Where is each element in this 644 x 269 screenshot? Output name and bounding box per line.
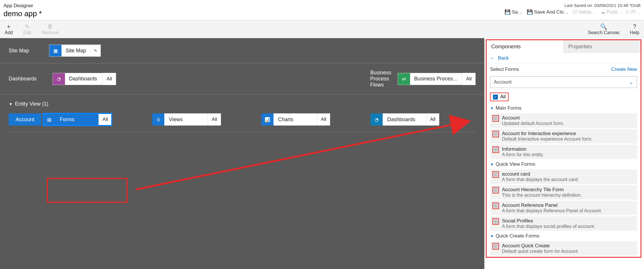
create-new-link[interactable]: Create New	[611, 67, 637, 72]
entity-account[interactable]: Account	[9, 113, 41, 126]
pencil-icon: ✎	[25, 23, 30, 30]
quick-create-header[interactable]: ▼Quick Create Forms	[487, 232, 641, 240]
dashboards-tile[interactable]: ◔ Dashboards All	[53, 73, 116, 85]
gauge-icon: ◔	[53, 73, 65, 85]
form-checkbox[interactable]: ✓	[492, 243, 499, 250]
validate-button[interactable]: ☑Valida…	[573, 9, 596, 15]
views-badge[interactable]: All	[208, 113, 221, 126]
views-icon: ≣	[152, 113, 164, 126]
entity-forms-tile[interactable]: ▤ Forms All	[43, 113, 112, 126]
form-desc: A form that displays social profiles of …	[502, 224, 595, 229]
play-button[interactable]: ▷Pl…	[626, 9, 641, 15]
form-title: account card	[502, 171, 579, 177]
form-desc: Updated default Account form.	[502, 121, 564, 126]
main-forms-header[interactable]: ▼Main Forms	[487, 104, 641, 112]
form-item-qv-0[interactable]: ✓account cardA form that displays the ac…	[490, 169, 637, 184]
form-title: Account Hierarchy Tile Form	[502, 187, 582, 193]
checkbox-icon: ✓	[493, 95, 498, 100]
form-title: Account Quick Create	[502, 243, 578, 249]
form-checkbox[interactable]: ✓	[492, 146, 499, 153]
form-item-main-1[interactable]: ✓Account for Interactive experienceDefau…	[490, 129, 637, 143]
sitemap-edit[interactable]: ✎	[90, 45, 100, 56]
save-close-icon: 💾	[527, 9, 533, 15]
back-button[interactable]: ← Back	[487, 53, 641, 64]
checkbox-icon: ✓	[493, 188, 498, 193]
save-icon: 💾	[505, 9, 511, 15]
play-icon: ▷	[626, 9, 630, 15]
breadcrumb: App Designer	[3, 3, 42, 9]
form-checkbox[interactable]: ✓	[492, 202, 499, 209]
tab-components[interactable]: Components	[487, 40, 564, 53]
select-forms-label: Select Forms	[490, 67, 519, 72]
checkbox-icon: ✓	[493, 147, 498, 152]
checkbox-icon: ✓	[493, 172, 498, 177]
entity-dashboards-tile[interactable]: ◔ Dashboards All	[371, 113, 439, 126]
plus-icon: ＋	[6, 23, 12, 30]
remove-button: 🗑Remove	[42, 23, 59, 35]
dashboards2-badge[interactable]: All	[426, 113, 439, 126]
entity-views-tile[interactable]: ≣ Views All	[152, 113, 221, 126]
form-item-qv-3[interactable]: ✓Social ProfilesA form that displays soc…	[490, 216, 637, 231]
form-item-main-2[interactable]: ✓InformationA form for this entity.	[490, 145, 637, 159]
edit-button: ✎Edit	[23, 23, 31, 35]
checkbox-icon: ✓	[493, 244, 498, 249]
tab-properties[interactable]: Properties	[564, 40, 641, 53]
form-desc: A form that displays the account card.	[502, 177, 579, 182]
bpf-tile[interactable]: ⇄ Business Proces… All	[398, 73, 476, 85]
form-item-qv-1[interactable]: ✓Account Hierarchy Tile FormThis is the …	[490, 185, 637, 200]
caret-down-icon: ▼	[490, 234, 494, 238]
charts-badge[interactable]: All	[317, 113, 330, 126]
arrow-left-icon: ←	[490, 55, 495, 61]
entity-charts-tile[interactable]: 📊 Charts All	[261, 113, 330, 126]
save-and-close-button[interactable]: 💾Save And Clo…	[527, 9, 569, 15]
sitemap-icon: ▦	[49, 45, 62, 56]
form-title: Account for Interactive experience	[502, 131, 593, 137]
trash-icon: 🗑	[47, 23, 53, 30]
checkbox-icon: ✓	[493, 203, 498, 208]
caret-down-icon: ▼	[490, 162, 494, 167]
publish-button[interactable]: ☁Publi…	[600, 9, 622, 15]
flow-icon: ⇄	[398, 73, 410, 85]
all-forms-checkbox[interactable]: ✓ All	[490, 93, 509, 101]
form-checkbox[interactable]: ✓	[492, 131, 499, 137]
app-title: demo app *	[3, 9, 42, 18]
save-button[interactable]: 💾Sa…	[505, 9, 523, 15]
form-desc: A form that displays Reference Panel of …	[502, 208, 602, 213]
form-desc: A form for this entity.	[502, 152, 544, 157]
forms-badge[interactable]: All	[98, 113, 112, 126]
dashboards-badge[interactable]: All	[103, 73, 116, 85]
form-title: Social Profiles	[502, 218, 595, 224]
form-checkbox[interactable]: ✓	[492, 187, 499, 194]
form-item-qc-0[interactable]: ✓Account Quick CreateDefault quick creat…	[490, 241, 637, 256]
checkbox-icon: ✓	[493, 116, 498, 121]
caret-down-icon: ▼	[490, 106, 494, 110]
checkbox-icon: ✓	[493, 132, 498, 137]
form-title: Account	[502, 115, 564, 121]
form-desc: Default quick create form for Account	[502, 249, 578, 254]
form-checkbox[interactable]: ✓	[492, 218, 499, 225]
help-button[interactable]: ?Help	[630, 23, 639, 35]
form-item-main-0[interactable]: ✓AccountUpdated default Account form.	[490, 113, 637, 128]
form-item-qv-2[interactable]: ✓Account Reference PanelA form that disp…	[490, 201, 637, 215]
entity-dropdown[interactable]: Account ⌄	[490, 76, 637, 88]
design-canvas: Site Map ▦ Site Map ✎ Dashboards ◔ Dashb…	[0, 38, 484, 269]
properties-panel: Components Properties ← Back Select Form…	[484, 38, 643, 269]
form-checkbox[interactable]: ✓	[492, 115, 499, 122]
entity-view-header[interactable]: ▼ Entity View (1)	[9, 101, 476, 107]
bpf-badge[interactable]: All	[462, 73, 475, 85]
search-canvas-button[interactable]: 🔍Search Canvas	[588, 23, 619, 35]
dashboards-label: Dashboards	[9, 76, 49, 82]
search-icon: 🔍	[600, 23, 607, 30]
add-button[interactable]: ＋Add	[5, 23, 13, 35]
chevron-down-icon: ⌄	[629, 79, 633, 85]
form-title: Information	[502, 146, 544, 152]
help-icon: ?	[633, 23, 636, 30]
form-checkbox[interactable]: ✓	[492, 171, 499, 178]
quick-view-header[interactable]: ▼Quick View Forms	[487, 160, 641, 168]
sitemap-tile[interactable]: ▦ Site Map ✎	[49, 45, 101, 57]
checkbox-icon: ✓	[493, 219, 498, 224]
dashboard-icon: ◔	[371, 113, 383, 126]
sitemap-label: Site Map	[9, 48, 49, 54]
form-icon: ▤	[43, 113, 55, 126]
form-desc: Default Interactive experience Account f…	[502, 137, 593, 142]
